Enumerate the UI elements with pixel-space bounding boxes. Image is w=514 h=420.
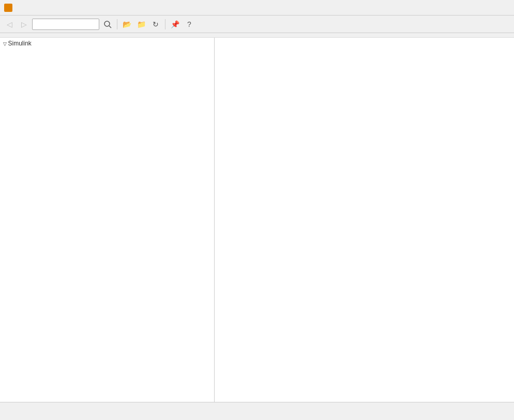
toolbar-separator-2 (165, 19, 165, 29)
title-bar (0, 0, 514, 15)
svg-line-1 (109, 26, 111, 28)
main-content: Simulink (0, 38, 514, 402)
back-button[interactable]: ◁ (3, 18, 16, 30)
open-button[interactable]: 📂 (120, 18, 133, 30)
folder-button[interactable]: 📁 (135, 18, 147, 30)
forward-button[interactable]: ▷ (18, 18, 30, 30)
left-panel: Simulink (0, 38, 215, 402)
tree-root-simulink[interactable]: Simulink (0, 38, 214, 50)
breadcrumb (0, 33, 514, 38)
svg-point-0 (104, 21, 110, 26)
refresh-button[interactable]: ↻ (149, 18, 162, 30)
pin-button[interactable]: 📌 (169, 18, 181, 30)
search-button[interactable] (101, 18, 114, 30)
maximize-button[interactable] (478, 3, 493, 13)
close-button[interactable] (494, 3, 510, 13)
app-icon (4, 4, 12, 12)
right-panel (215, 38, 514, 402)
window-controls (461, 3, 510, 13)
toolbar-separator-1 (117, 19, 117, 29)
status-bar (0, 402, 514, 412)
toolbar: ◁ ▷ 📂 📁 ↻ 📌 ? (0, 15, 514, 33)
search-input[interactable] (32, 19, 99, 30)
help-button[interactable]: ? (183, 18, 195, 30)
minimize-button[interactable] (461, 3, 477, 13)
